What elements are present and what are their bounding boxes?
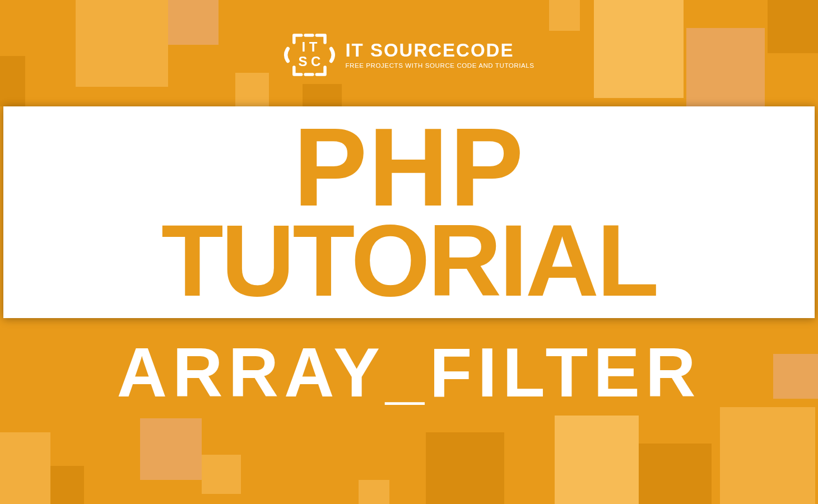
title-line-2: TUTORIAL	[161, 215, 657, 307]
brand-logo: I T S C IT SOURCECODE FREE PROJECTS WITH…	[283, 29, 534, 81]
decorative-square	[140, 418, 202, 480]
svg-text:I T: I T	[301, 39, 317, 54]
decorative-square	[686, 28, 765, 106]
decorative-square	[720, 407, 815, 504]
brand-name: IT SOURCECODE	[345, 41, 534, 59]
brand-tagline: FREE PROJECTS WITH SOURCE CODE AND TUTOR…	[345, 62, 534, 69]
decorative-square	[50, 466, 84, 504]
decorative-square	[549, 0, 580, 31]
decorative-square	[0, 56, 25, 106]
decorative-square	[202, 455, 241, 494]
decorative-square	[639, 444, 712, 504]
decorative-square	[426, 432, 504, 504]
decorative-square	[594, 0, 684, 98]
decorative-square	[555, 416, 639, 504]
decorative-square	[303, 84, 342, 106]
decorative-square	[359, 480, 389, 504]
svg-text:S C: S C	[298, 54, 320, 69]
decorative-square	[235, 73, 269, 106]
header-band: I T S C IT SOURCECODE FREE PROJECTS WITH…	[0, 0, 818, 106]
title-line-1: PHP	[161, 118, 657, 217]
logo-icon: I T S C	[283, 29, 335, 81]
title-band: PHP TUTORIAL	[3, 106, 815, 318]
title-stack: PHP TUTORIAL	[161, 118, 657, 307]
decorative-square	[76, 0, 168, 87]
decorative-square	[768, 0, 818, 53]
decorative-square	[168, 0, 219, 45]
subtitle: ARRAY_FILTER	[0, 333, 818, 412]
brand-text: IT SOURCECODE FREE PROJECTS WITH SOURCE …	[345, 41, 534, 69]
decorative-square	[0, 432, 50, 504]
